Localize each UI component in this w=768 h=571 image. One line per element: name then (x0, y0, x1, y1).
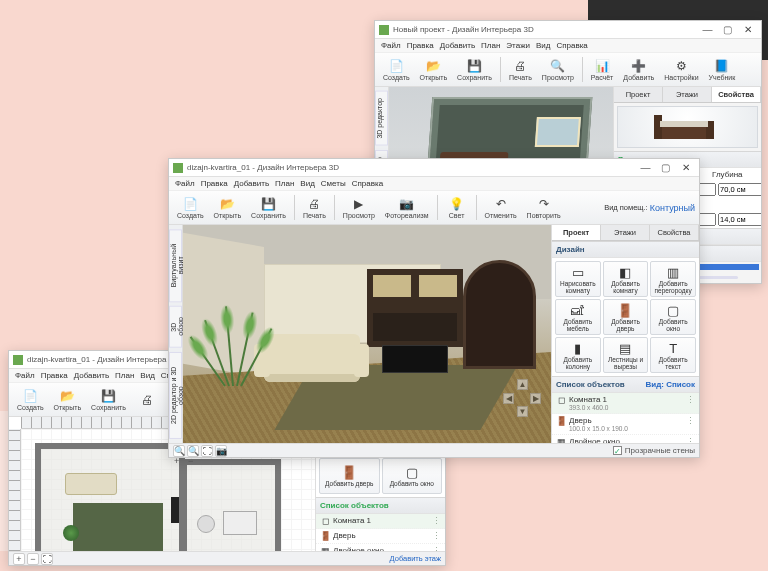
titlebar[interactable]: Новый проект - Дизайн Интерьера 3D — ▢ ✕ (375, 21, 761, 39)
action-добавить-окно[interactable]: ▢Добавить окно (382, 458, 443, 494)
object-menu-icon[interactable]: ⋮ (686, 416, 695, 426)
plan-sofa[interactable] (65, 473, 117, 495)
action-добавить-перегородку[interactable]: ▥Добавить перегородку (650, 261, 696, 297)
action-добавить-мебель[interactable]: 🛋Добавить мебель (555, 299, 601, 335)
panel-tab-проект[interactable]: Проект (552, 225, 601, 240)
menu-план[interactable]: План (481, 41, 500, 50)
action-добавить-колонну[interactable]: ▮Добавить колонну (555, 337, 601, 373)
calc-button[interactable]: 📊Расчёт (587, 55, 618, 84)
render-mode-link[interactable]: Контурный (650, 203, 695, 213)
settings-button[interactable]: ⚙Настройки (660, 55, 702, 84)
object-menu-icon[interactable]: ⋮ (432, 531, 441, 541)
list-view-toggle[interactable]: Вид: Список (645, 380, 695, 389)
create-button[interactable]: 📄Создать (379, 55, 414, 84)
zoom-in-button[interactable]: + (13, 553, 25, 565)
object-item[interactable]: ▦Двойное окно147.0 x 22.9 x 152.0⋮ (552, 435, 699, 443)
panel-tab-свойства[interactable]: Свойства (712, 87, 761, 102)
add-floor-link[interactable]: Добавить этаж (390, 554, 441, 563)
print-button[interactable]: 🖨Печать (299, 193, 330, 222)
menu-файл[interactable]: Файл (175, 179, 195, 188)
light-button[interactable]: 💡Свет (442, 193, 472, 222)
menu-файл[interactable]: Файл (381, 41, 401, 50)
nav-up-button[interactable]: ▲ (517, 379, 528, 390)
print-button[interactable]: 🖨Печать (505, 55, 536, 84)
zoom-fit-button[interactable]: ⛶ (201, 445, 213, 457)
create-button[interactable]: 📄Создать (13, 385, 48, 414)
preview-button[interactable]: 🔍Просмотр (538, 55, 578, 84)
minimize-button[interactable]: — (637, 162, 655, 173)
plan-table[interactable] (223, 511, 257, 535)
object-item[interactable]: ◻Комната 1393.0 x 460.0⋮ (552, 393, 699, 414)
menu-добавить[interactable]: Добавить (234, 179, 269, 188)
save-button[interactable]: 💾Сохранить (453, 55, 496, 84)
nav-right-button[interactable]: ▶ (530, 393, 541, 404)
menu-добавить[interactable]: Добавить (74, 371, 109, 380)
maximize-button[interactable]: ▢ (719, 24, 737, 35)
close-button[interactable]: ✕ (739, 24, 757, 35)
menu-план[interactable]: План (275, 179, 294, 188)
action-лестницы-и-вырезы[interactable]: ▤Лестницы и вырезы (603, 337, 649, 373)
addroom-button[interactable]: ➕Добавить (619, 55, 658, 84)
object-menu-icon[interactable]: ⋮ (686, 395, 695, 405)
nav-left-button[interactable]: ◀ (503, 393, 514, 404)
menu-вид[interactable]: Вид (300, 179, 314, 188)
side-tab-0[interactable]: 3D редактор (375, 91, 388, 146)
open-button[interactable]: 📂Открыть (210, 193, 246, 222)
panel-tab-этажи[interactable]: Этажи (601, 225, 650, 240)
object-item[interactable]: 🚪Дверь100.0 x 15.0 x 190.0⋮ (552, 414, 699, 435)
menu-правка[interactable]: Правка (41, 371, 68, 380)
side-tab-0[interactable]: Виртуальный визит (169, 229, 182, 302)
menu-справка[interactable]: Справка (352, 179, 383, 188)
zoom-in-button[interactable]: 🔍+ (173, 445, 185, 457)
minimize-button[interactable]: — (699, 24, 717, 35)
menu-план[interactable]: План (115, 371, 134, 380)
plan-plant[interactable] (63, 525, 79, 541)
action-нарисовать-комнату[interactable]: ▭Нарисовать комнату (555, 261, 601, 297)
object-item[interactable]: ◻Комната 1⋮ (316, 514, 445, 529)
object-item[interactable]: 🚪Дверь⋮ (316, 529, 445, 544)
panel-tab-свойства[interactable]: Свойства (650, 225, 699, 240)
maximize-button[interactable]: ▢ (657, 162, 675, 173)
preview-button[interactable]: ▶Просмотр (339, 193, 379, 222)
menu-правка[interactable]: Правка (407, 41, 434, 50)
action-добавить-окно[interactable]: ▢Добавить окно (650, 299, 696, 335)
menu-файл[interactable]: Файл (15, 371, 35, 380)
zoom-out-button[interactable]: − (27, 553, 39, 565)
side-tab-2[interactable]: 2D редактор и 3D обзор (169, 352, 182, 439)
menu-справка[interactable]: Справка (556, 41, 587, 50)
open-button[interactable]: 📂Открыть (50, 385, 86, 414)
menu-добавить[interactable]: Добавить (440, 41, 475, 50)
menu-этажи[interactable]: Этажи (506, 41, 530, 50)
panel-tab-этажи[interactable]: Этажи (663, 87, 712, 102)
action-добавить-текст[interactable]: TДобавить текст (650, 337, 696, 373)
zoom-out-button[interactable]: 🔍− (187, 445, 199, 457)
action-добавить-комнату[interactable]: ◧Добавить комнату (603, 261, 649, 297)
floor-val-2[interactable] (718, 213, 761, 226)
open-button[interactable]: 📂Открыть (416, 55, 452, 84)
create-button[interactable]: 📄Создать (173, 193, 208, 222)
menu-правка[interactable]: Правка (201, 179, 228, 188)
print-button[interactable]: 🖨 (132, 389, 162, 411)
object-item[interactable]: ▦Двойное окно⋮ (316, 544, 445, 551)
plan-room-1[interactable] (35, 443, 185, 551)
transparent-walls-checkbox[interactable]: ✓ Прозрачные стены (613, 446, 695, 455)
plan-rug[interactable] (73, 503, 163, 551)
menu-вид[interactable]: Вид (536, 41, 550, 50)
height-input[interactable] (718, 183, 761, 196)
help-button[interactable]: 📘Учебник (705, 55, 740, 84)
nav-down-button[interactable]: ▼ (517, 406, 528, 417)
zoom-fit-button[interactable]: ⛶ (41, 553, 53, 565)
redo-button[interactable]: ↷Повторить (523, 193, 565, 222)
action-добавить-дверь[interactable]: 🚪Добавить дверь (603, 299, 649, 335)
titlebar[interactable]: dizajn-kvartira_01 - Дизайн Интерьера 3D… (169, 159, 699, 177)
panel-tab-проект[interactable]: Проект (614, 87, 663, 102)
undo-button[interactable]: ↶Отменить (481, 193, 521, 222)
action-добавить-дверь[interactable]: 🚪Добавить дверь (319, 458, 380, 494)
snapshot-button[interactable]: 📷 (215, 445, 227, 457)
menu-вид[interactable]: Вид (140, 371, 154, 380)
close-button[interactable]: ✕ (677, 162, 695, 173)
object-menu-icon[interactable]: ⋮ (432, 516, 441, 526)
plan-round-table[interactable] (197, 515, 215, 533)
save-button[interactable]: 💾Сохранить (87, 385, 130, 414)
side-tab-1[interactable]: 3D обзор (169, 306, 182, 348)
